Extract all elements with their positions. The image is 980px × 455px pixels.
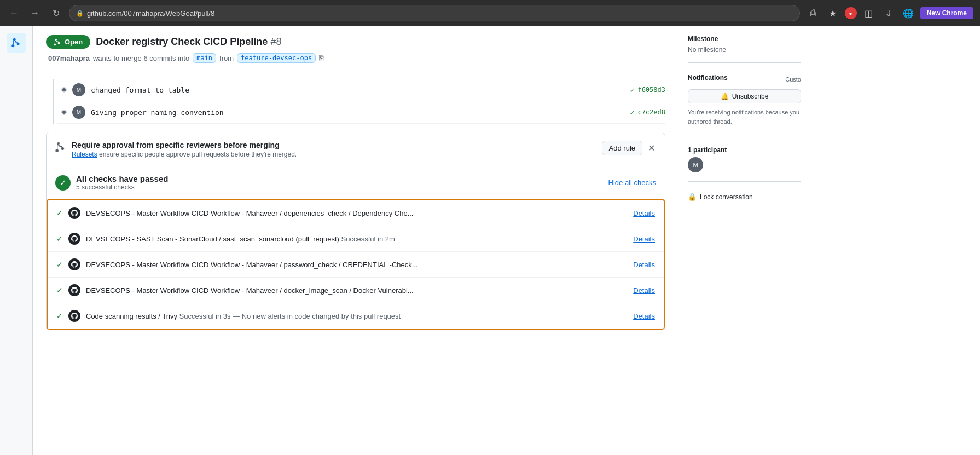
forward-button[interactable]: → [27,5,43,21]
rulesets-link[interactable]: Rulesets [72,151,97,158]
lock-conversation-button[interactable]: 🔒 Lock conversation [688,193,801,201]
check-icon: ✓ [56,286,63,295]
github-icon [68,207,80,219]
milestone-value: No milestone [688,46,801,54]
check-icon: ✓ [56,260,63,269]
back-button[interactable]: ← [7,5,22,21]
bell-icon: 🔔 [721,93,729,100]
notification-description: You're receiving notifications because y… [688,108,801,126]
participant-avatar: M [688,157,703,172]
check-details-link[interactable]: Details [633,286,655,295]
list-item: ✓ DEVSECOPS - Master Workflow CICD Workf… [48,252,664,278]
profile-icon[interactable]: 🌐 [901,5,916,21]
participants-section: 1 participant M [688,146,801,182]
table-row: M changed format to table ✓ f6058d3 [57,79,665,101]
lock-section: 🔒 Lock conversation [688,193,801,210]
check-details-link[interactable]: Details [633,312,655,320]
address-bar[interactable]: 🔒 github.com/007mahapra/WebGoat/pull/8 [69,5,800,21]
avatar: M [72,106,85,119]
page-container: Open Docker registry Check CICD Pipeline… [0,26,980,455]
check-details-link[interactable]: Details [633,261,655,269]
extensions-icon[interactable]: ◫ [861,5,877,21]
check-details-link[interactable]: Details [633,235,655,243]
github-icon [68,258,80,270]
github-icon [68,233,80,245]
check-icon: ✓ [56,209,63,217]
right-sidebar: Milestone No milestone Notifications Cus… [679,26,810,455]
unsubscribe-label: Unsubscribe [732,93,769,100]
pr-status-badge: Open [46,35,90,49]
sidebar-icon-git[interactable] [7,33,26,53]
head-branch-tag[interactable]: feature-devsec-ops [237,53,316,63]
github-icon [68,310,80,322]
check-item-name: Code scanning results / Trivy Successful… [86,312,628,320]
browser-chrome: ← → ↻ 🔒 github.com/007mahapra/WebGoat/pu… [0,0,980,26]
require-approval-banner: Require approval from specific reviewers… [47,133,665,166]
commit-hash: ✓ c7c2ed8 [630,108,665,117]
main-content: Open Docker registry Check CICD Pipeline… [33,26,980,455]
banner-actions: Add rule ✕ [602,141,656,155]
commit-message: Giving proper naming convention [91,108,625,117]
pr-title: Docker registry Check CICD Pipeline #8 [96,36,281,48]
notifications-title: Notifications [688,74,728,82]
base-branch-tag[interactable]: main [193,53,216,63]
checks-header: ✓ All checks have passed 5 successful ch… [47,166,665,199]
commit-hash-value[interactable]: c7c2ed8 [637,108,665,116]
branch-icon [55,142,66,155]
add-rule-button[interactable]: Add rule [602,141,642,155]
check-meta: Successful in 3s — No new alerts in code… [179,312,401,320]
list-item: ✓ Code scanning results / Trivy Successf… [48,303,664,329]
check-item-name: DEVSECOPS - Master Workflow CICD Workflo… [86,286,628,295]
check-meta: Successful in 2m [341,235,395,243]
commits-section: M changed format to table ✓ f6058d3 M Gi… [46,79,665,124]
notifications-section: Notifications Custo 🔔 Unsubscribe You're… [688,74,801,135]
pr-content: Open Docker registry Check CICD Pipeline… [33,26,679,455]
checks-subtitle: 5 successful checks [76,183,168,191]
commit-dot [61,110,67,115]
github-icon [68,284,80,296]
check-icon: ✓ [56,234,63,243]
pr-author: 007mahapra [48,54,90,62]
check-icon: ✓ [630,108,635,117]
open-badge-label: Open [65,38,83,46]
hide-all-checks-link[interactable]: Hide all checks [608,178,656,187]
lock-label: Lock conversation [700,193,753,201]
check-item-name: DEVSECOPS - Master Workflow CICD Workflo… [86,209,628,217]
lock-icon: 🔒 [688,193,697,201]
milestone-section: Milestone No milestone [688,35,801,63]
commit-message: changed format to table [91,86,625,94]
reload-button[interactable]: ↻ [48,5,63,21]
unsubscribe-button[interactable]: 🔔 Unsubscribe [688,89,801,103]
cast-icon[interactable]: ⎙ [805,5,821,21]
pr-number: #8 [270,36,281,47]
url-text: github.com/007mahapra/WebGoat/pull/8 [87,9,214,18]
list-item: ✓ DEVSECOPS - SAST Scan - SonarCloud / s… [48,226,664,252]
commit-hash-value[interactable]: f6058d3 [637,86,665,94]
download-icon[interactable]: ⇓ [881,5,896,21]
pr-from-text: from [219,54,234,62]
custom-label: Custo [785,76,801,83]
star-icon[interactable]: ★ [825,5,840,21]
checks-success-icon: ✓ [55,175,71,191]
check-details-link[interactable]: Details [633,209,655,217]
new-chrome-button[interactable]: New Chrome [920,7,973,19]
check-icon: ✓ [630,86,635,94]
participants-title: 1 participant [688,146,801,154]
table-row: M Giving proper naming convention ✓ c7c2… [57,101,665,124]
checks-title: All checks have passed [76,174,168,183]
milestone-title: Milestone [688,35,801,43]
pr-title-row: Open Docker registry Check CICD Pipeline… [46,35,665,49]
banner-title: Require approval from specific reviewers… [72,141,297,149]
check-items-container: ✓ DEVSECOPS - Master Workflow CICD Workf… [47,199,665,330]
copy-icon[interactable]: ⎘ [319,54,323,62]
commits-timeline: M changed format to table ✓ f6058d3 M Gi… [46,79,665,124]
pr-action-text: wants to merge 6 commits into [93,54,189,62]
extension-icon[interactable]: ● [845,7,857,19]
avatar: M [72,83,85,96]
close-banner-button[interactable]: ✕ [647,142,656,154]
checks-title-text: All checks have passed 5 successful chec… [76,174,168,191]
pr-subtitle: 007mahapra wants to merge 6 commits into… [46,53,665,63]
lock-icon: 🔒 [76,10,84,17]
git-merge-icon [54,38,61,46]
browser-toolbar: ⎙ ★ ● ◫ ⇓ 🌐 New Chrome [805,5,973,21]
